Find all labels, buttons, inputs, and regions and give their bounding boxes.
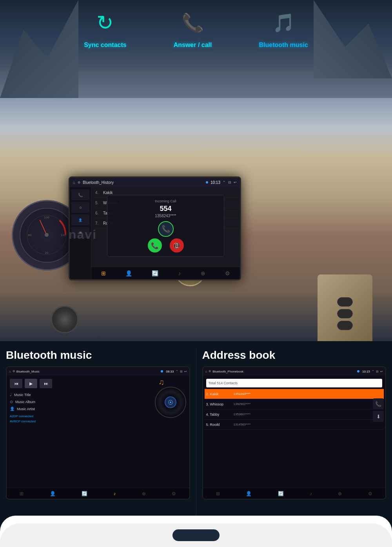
control-button[interactable] [337,309,353,318]
home-indicator[interactable] [172,529,220,541]
bottom-panels: Bluetooth music ⌂ ⚙ Bluetooth_Music 08:3… [0,341,392,547]
phonebook-statusbar: ⌂ ⚙ Bluetooth_Phonebook 10:15 ⌃ ⊟ ↩ [203,367,386,376]
back-icon: ↩ [234,180,237,184]
phonebook-nav-settings[interactable]: ⚙ [368,491,372,496]
phonebook-screen-title: Bluetooth_Phonebook [212,370,356,373]
music-album-label: Music Album [15,399,35,405]
contact-num-tabby: 1353607**** [234,413,383,416]
nav-person-icon[interactable]: 👤 [125,270,132,276]
nav-refresh-icon[interactable]: 🔄 [152,270,158,276]
car-head-unit: ⌂ ⚙ Bluetooth_History 10:13 ⌃ ⊟ ↩ 📞 ⊙ 👤 … [69,176,241,280]
screen-main-content: 4. Kakik 5. Whissop 6. Tabby 7. Rooikl [91,187,240,279]
contact-name-tabby: 4. Tabby [206,413,234,416]
music-nav-person[interactable]: 👤 [50,491,56,496]
contact-name-kakik: 2. Kakik [206,392,234,396]
total-contacts-text: Total 514 Contacts [209,381,238,385]
music-content-area: ⏮ ▶ ⏭ ♩ Music Title ⊙ Music Album 👤 [7,376,189,427]
call-feature: 📞 Answer / call [174,7,212,49]
contact-num-rooikl: 1314583**** [234,423,383,426]
nav-link-icon[interactable]: ⊕ [201,270,205,276]
music-nav-note[interactable]: ♪ [113,491,116,496]
contact-name-whissop: 3. Whissop [206,402,234,406]
contact-row-rooikl[interactable]: 5. Rooikl 1314583**** [205,420,384,430]
address-book-screen: ⌂ ⚙ Bluetooth_Phonebook 10:15 ⌃ ⊟ ↩ Tota… [202,366,387,500]
music-nav-settings[interactable]: ⚙ [172,491,176,496]
nav-settings-icon[interactable]: ⚙ [225,270,230,276]
status-dot [206,181,208,184]
phonebook-nav-grid[interactable]: ⊞ [216,491,220,496]
decline-call-button[interactable]: 📵 [170,238,184,253]
play-pause-button[interactable]: ▶ [25,379,37,388]
music-back-icon: ↩ [184,370,187,373]
call-action-buttons: 📞 📵 [111,238,220,253]
bluetooth-music-panel: Bluetooth music ⌂ ⚙ Bluetooth_Music 08:3… [0,341,196,547]
contact-num-whissop: 1392902**** [234,402,383,406]
music-nav-refresh[interactable]: 🔄 [82,491,87,496]
phonebook-minimize-icon: ⊟ [376,370,379,373]
phonebook-nav-refresh[interactable]: 🔄 [278,491,284,496]
contact-row-whissop[interactable]: 3. Whissop 1392902**** [205,399,384,409]
download-contact-button[interactable]: ⬇ [373,411,384,422]
phonebook-content: Total 514 Contacts 2. Kakik 1351044**** … [203,376,386,431]
phonebook-nav-note[interactable]: ♪ [310,491,312,496]
music-icon: 🎵 [268,7,299,38]
call-contact-button[interactable]: 📞 [373,398,384,409]
contact-row-tabby[interactable]: 4. Tabby 1353607**** [205,409,384,420]
svg-point-7 [45,233,49,237]
contact-name: Kakik [103,191,113,195]
accept-call-button[interactable]: 📞 [148,238,162,253]
left-knob[interactable] [51,306,78,333]
control-button[interactable] [337,321,353,330]
music-expand-icon: ⌃ [176,370,178,373]
phonebook-nav-person[interactable]: 👤 [246,491,252,496]
phonebook-nav-link[interactable]: ⊕ [338,491,342,496]
screen-content-area: 📞 ⊙ 👤 ⊞ 4. Kakik 5. Whissop 6. Tabby [70,187,240,279]
sidebar-icon-3[interactable]: 👤 [71,214,89,225]
svg-text:20: 20 [45,251,49,254]
sidebar-icon-2[interactable]: ⊙ [71,202,89,213]
address-book-title: Address book [202,349,387,362]
prev-track-button[interactable]: ⏮ [10,379,22,388]
music-screen-title: Bluetooth_Music [16,370,160,373]
nav-music-icon[interactable]: ♪ [178,270,181,276]
caller-id: 1358243**** [111,214,220,218]
bluetooth-music-title: Bluetooth music [6,349,190,362]
phonebook-bottom-nav: ⊞ 👤 🔄 ♪ ⊕ ⚙ [203,488,386,499]
bluetooth-vinyl-icon: ⦿ [165,396,176,408]
nav-grid-icon[interactable]: ⊞ [101,270,106,276]
screen-sidebar: 📞 ⊙ 👤 ⊞ [70,187,91,279]
artist-icon: 👤 [10,405,15,413]
contact-num: 6. [95,211,101,215]
expand-icon: ⌃ [223,180,226,184]
phonebook-screen-time: 10:15 [362,370,370,373]
phonebook-action-buttons: 📞 ⬇ [373,398,384,422]
screen-statusbar: ⌂ ⚙ Bluetooth_History 10:13 ⌃ ⊟ ↩ [70,178,240,187]
vinyl-disc: ⦿ [155,387,186,418]
phonebook-back-icon: ↩ [380,370,383,373]
contact-row-kakik[interactable]: 2. Kakik 1351044**** [205,389,384,399]
contact-num-kakik: 1351044**** [234,392,383,396]
music-bt-icon: ⚙ [13,370,15,373]
contact-num: 5. [95,201,101,205]
music-screen-time: 08:33 [166,370,174,373]
sync-feature: ↻ Sync contacts [84,7,126,49]
speedo-inner: 100 140 60 20 [20,208,74,263]
music-artist-label: Music Artist [17,406,35,412]
sidebar-phone-icon[interactable]: 📞 [71,189,89,200]
control-button[interactable] [337,297,353,307]
contact-num: 4. [95,191,101,195]
next-track-button[interactable]: ⏭ [40,379,52,388]
svg-line-6 [40,220,47,235]
music-note-decoration: ♫ [159,378,165,387]
sidebar-icon-4[interactable]: ⊞ [71,227,89,238]
bt-icon: ⚙ [78,181,80,184]
sync-icon: ↻ [89,7,121,38]
incoming-call-label: Incoming Call [111,199,220,203]
music-nav-grid[interactable]: ⊞ [20,491,24,496]
music-status-dot [161,370,163,373]
contact-num: 7. [95,221,101,225]
screen-time: 10:13 [211,180,220,185]
vinyl-disc-container: ⦿ ♫ [155,387,186,418]
music-nav-link[interactable]: ⊕ [142,491,146,496]
minimize-icon: ⊟ [228,180,231,184]
